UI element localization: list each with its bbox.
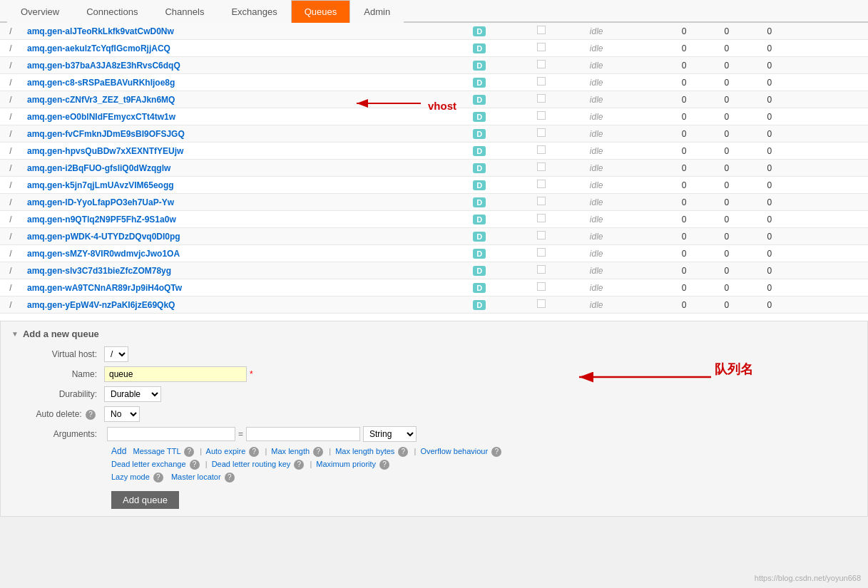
col4-cell <box>777 74 807 91</box>
col6-cell <box>838 108 868 125</box>
queue-name-cell[interactable]: amq.gen-slv3C7d31bieZfcZOM78yg <box>21 262 467 279</box>
checkbox-cell <box>531 57 584 74</box>
dead-letter-routing-key-help[interactable]: ? <box>294 460 304 470</box>
col4-cell <box>777 177 807 194</box>
col4-cell <box>777 262 807 279</box>
tab-channels[interactable]: Channels <box>151 0 218 23</box>
queue-name-cell[interactable]: amq.gen-i2BqFUO-gfsliQ0dWzqglw <box>21 160 467 177</box>
col1-cell: 0 <box>649 74 692 91</box>
lazy-mode-help[interactable]: ? <box>153 473 163 483</box>
tab-overview[interactable]: Overview <box>7 0 73 23</box>
message-ttl-help[interactable]: ? <box>184 447 194 457</box>
quick-links-row2: Dead letter exchange ? | Dead letter rou… <box>111 460 857 470</box>
auto-delete-row: Auto delete: ? No Yes <box>11 406 857 422</box>
queue-name-cell[interactable]: amq.gen-aIJTeoRkLkfk9vatCwD0Nw <box>21 23 467 40</box>
add-button[interactable]: Add <box>111 446 126 456</box>
table-row: / amq.gen-slv3C7d31bieZfcZOM78yg D idle … <box>0 262 868 279</box>
tab-admin[interactable]: Admin <box>350 0 404 23</box>
queue-name-cell[interactable]: amq.gen-wA9TCNnAR89rJp9iH4oQTw <box>21 279 467 296</box>
queue-name-cell[interactable]: amq.gen-pWDK-4-UTYDzDQvq0DI0pg <box>21 228 467 245</box>
link-master-locator[interactable]: Master locator <box>171 473 221 481</box>
col2-cell: 0 <box>692 279 735 296</box>
vhost-cell: / <box>0 108 21 125</box>
queue-name-cell[interactable]: amq.gen-sMZY-8VIR0wdmvjcJwo1OA <box>21 245 467 262</box>
virtual-host-select[interactable]: / <box>104 346 128 362</box>
queue-name-cell[interactable]: amq.gen-hpvsQuBDw7xXEXNTfYEUjw <box>21 143 467 160</box>
overflow-help[interactable]: ? <box>491 447 501 457</box>
queue-name-cell[interactable]: amq.gen-c8-sRSPaEBAVuRKhIjoe8g <box>21 74 467 91</box>
table-row: / amq.gen-sMZY-8VIR0wdmvjcJwo1OA D idle … <box>0 245 868 262</box>
status-cell: idle <box>584 296 650 314</box>
link-max-length-bytes[interactable]: Max length bytes <box>335 447 394 455</box>
col6-cell <box>838 245 868 262</box>
table-row: / amq.gen-wA9TCNnAR89rJp9iH4oQTw D idle … <box>0 279 868 296</box>
name-input[interactable] <box>104 366 247 382</box>
queue-table-container: / amq.gen-aIJTeoRkLkfk9vatCwD0Nw D idle … <box>0 23 868 314</box>
collapse-icon[interactable]: ▼ <box>11 330 19 338</box>
link-auto-expire[interactable]: Auto expire <box>206 447 246 455</box>
col3-cell: 0 <box>735 91 777 108</box>
queue-name-cell[interactable]: amq.gen-b37baA3JA8zE3hRvsC6dqQ <box>21 57 467 74</box>
link-dead-letter-exchange[interactable]: Dead letter exchange <box>111 460 186 468</box>
table-row: / amq.gen-fvCFmknJDmE9sBI9OFSJGQ D idle … <box>0 125 868 143</box>
queue-name-cell[interactable]: amq.gen-aekulzTcYqfIGcmoRjjACQ <box>21 40 467 57</box>
queue-name-cell[interactable]: amq.gen-n9QTlq2N9PF5FhZ-9S1a0w <box>21 211 467 228</box>
col6-cell <box>838 211 868 228</box>
durability-select[interactable]: Durable Transient <box>104 386 161 402</box>
max-length-help[interactable]: ? <box>313 447 323 457</box>
status-cell: idle <box>584 160 650 177</box>
table-row: / amq.gen-b37baA3JA8zE3hRvsC6dqQ D idle … <box>0 57 868 74</box>
col5-cell <box>807 74 837 91</box>
col4-cell <box>777 143 807 160</box>
tab-exchanges[interactable]: Exchanges <box>218 0 290 23</box>
col2-cell: 0 <box>692 74 735 91</box>
arguments-type-select[interactable]: String Number Boolean List <box>363 426 417 442</box>
auto-delete-help-icon[interactable]: ? <box>86 410 96 420</box>
link-maximum-priority[interactable]: Maximum priority <box>316 460 376 468</box>
durability-label: Durability: <box>11 389 104 399</box>
link-max-length[interactable]: Max length <box>271 447 310 455</box>
col1-cell: 0 <box>649 57 692 74</box>
col1-cell: 0 <box>649 279 692 296</box>
queue-name-cell[interactable]: amq.gen-lD-YyoLfapPO3eh7UaP-Yw <box>21 194 467 211</box>
add-queue-button[interactable]: Add queue <box>111 491 179 509</box>
col6-cell <box>838 91 868 108</box>
col2-cell: 0 <box>692 245 735 262</box>
vhost-cell: / <box>0 296 21 314</box>
status-cell: idle <box>584 262 650 279</box>
table-row: / amq.gen-aIJTeoRkLkfk9vatCwD0Nw D idle … <box>0 23 868 40</box>
checkbox-cell <box>531 125 584 143</box>
table-row: / amq.gen-pWDK-4-UTYDzDQvq0DI0pg D idle … <box>0 228 868 245</box>
table-row: / amq.gen-c8-sRSPaEBAVuRKhIjoe8g D idle … <box>0 74 868 91</box>
status-cell: idle <box>584 23 650 40</box>
master-locator-help[interactable]: ? <box>225 473 235 483</box>
auto-expire-help[interactable]: ? <box>249 447 259 457</box>
table-row: / amq.gen-yEpW4V-nzPaKI6jzE69QkQ D idle … <box>0 296 868 314</box>
type-cell: D <box>467 108 531 125</box>
queue-name-cell[interactable]: amq.gen-fvCFmknJDmE9sBI9OFSJGQ <box>21 125 467 143</box>
arguments-value-input[interactable] <box>246 427 360 441</box>
link-message-ttl[interactable]: Message TTL <box>133 447 181 455</box>
tab-connections[interactable]: Connections <box>73 0 151 23</box>
virtual-host-row: Virtual host: / <box>11 346 857 362</box>
col3-cell: 0 <box>735 23 777 40</box>
arguments-label: Arguments: <box>11 429 104 439</box>
arguments-key-input[interactable] <box>107 427 235 441</box>
auto-delete-select[interactable]: No Yes <box>104 406 140 422</box>
col3-cell: 0 <box>735 245 777 262</box>
type-cell: D <box>467 57 531 74</box>
max-length-bytes-help[interactable]: ? <box>398 447 408 457</box>
link-dead-letter-routing-key[interactable]: Dead letter routing key <box>212 460 291 468</box>
dead-letter-exchange-help[interactable]: ? <box>190 460 200 470</box>
link-overflow[interactable]: Overflow behaviour <box>420 447 488 455</box>
tab-queues[interactable]: Queues <box>291 0 351 23</box>
vhost-cell: / <box>0 91 21 108</box>
col6-cell <box>838 57 868 74</box>
col6-cell <box>838 228 868 245</box>
queue-name-cell[interactable]: amq.gen-k5jn7qjLmUAvzVIM65eogg <box>21 177 467 194</box>
queue-name-cell[interactable]: amq.gen-yEpW4V-nzPaKI6jzE69QkQ <box>21 296 467 314</box>
link-lazy-mode[interactable]: Lazy mode <box>111 473 150 481</box>
status-cell: idle <box>584 245 650 262</box>
col3-cell: 0 <box>735 125 777 143</box>
maximum-priority-help[interactable]: ? <box>379 460 389 470</box>
